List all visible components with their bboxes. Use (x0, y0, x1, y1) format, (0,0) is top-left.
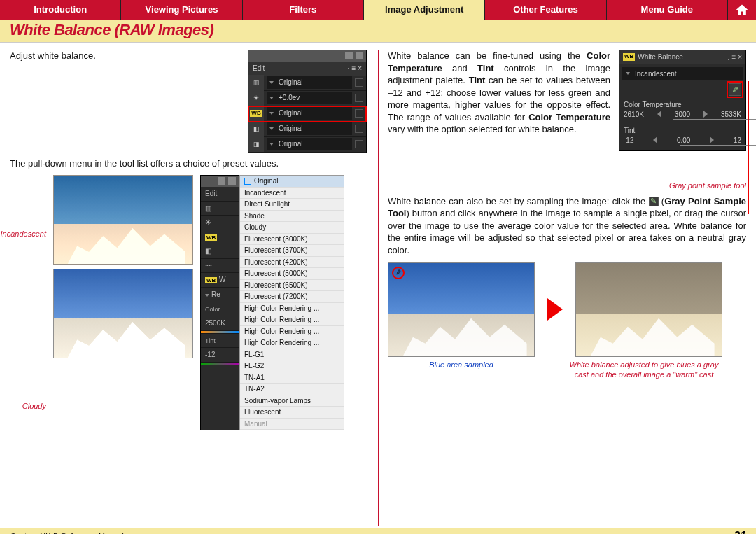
checkbox[interactable] (355, 94, 363, 102)
dd-option[interactable]: Fluorescent (240, 407, 344, 419)
dd-selected: Original (254, 176, 278, 186)
title-bar: White Balance (RAW Images) (0, 20, 756, 43)
tint-slider[interactable] (624, 145, 741, 146)
caption-incandescent: Incandescent (1, 229, 46, 239)
intro-text: Adjust white balance. (10, 50, 239, 62)
dd-option[interactable]: High Color Rendering ... (240, 303, 344, 315)
wb-palette: WBWhite Balance⋮≡ × Incandescent ✎ Color… (619, 50, 746, 151)
edit-row-value[interactable]: Original (267, 107, 352, 120)
tint-value[interactable]: 0.00 (677, 136, 690, 146)
tab-introduction[interactable]: Introduction (0, 0, 121, 20)
dd-option[interactable]: Fluorescent (3700K) (240, 245, 344, 257)
dd-option[interactable]: Fluorescent (6500K) (240, 280, 344, 292)
finetune-para: White balance can be fine-tuned using th… (388, 50, 610, 136)
dd-option[interactable]: Fluorescent (3000K) (240, 234, 344, 246)
curves-icon: 〰 (201, 259, 239, 274)
dd-option[interactable]: TN-A1 (240, 372, 344, 384)
home-icon (735, 3, 749, 17)
bw-icon: ◨ (248, 136, 264, 152)
edit-panel-collapsed: Edit⋮≡ × ▥Original ☀+0.0ev WBOriginal ◧O… (248, 50, 367, 153)
caption-cloudy: Cloudy (22, 401, 46, 412)
arrow-icon (547, 298, 563, 321)
checkbox[interactable] (355, 140, 363, 148)
tint-max: 12 (734, 136, 741, 146)
dd-option[interactable]: Direct Sunlight (240, 199, 344, 211)
panel-menu-icon[interactable]: ⋮≡ × (725, 52, 742, 62)
chevron-down-icon (270, 81, 274, 84)
panel-menu-icon[interactable]: ⋮≡ × (345, 64, 362, 73)
page-title: White Balance (RAW Images) (10, 21, 746, 39)
edit-panel-strip: Edit ▥ ☀ WB ◧ 〰 WB W Re Color 2500K Tint… (200, 175, 239, 430)
edit-row-value[interactable]: Original (267, 122, 352, 135)
ev-icon: ☀ (201, 216, 239, 230)
callout-line (748, 81, 749, 214)
wb-palette-title: White Balance (638, 52, 682, 62)
tab-menu-guide[interactable]: Menu Guide (607, 0, 728, 20)
page-number: 21 (734, 530, 746, 534)
dd-option[interactable]: Fluorescent (4200K) (240, 257, 344, 269)
checkbox[interactable] (355, 125, 363, 133)
ct-value[interactable]: 3000 (675, 110, 690, 120)
caption-blue-sampled: Blue area sampled (388, 360, 535, 370)
chevron-down-icon (626, 72, 630, 75)
dd-option[interactable]: Shade (240, 211, 344, 223)
top-nav: Introduction Viewing Pictures Filters Im… (0, 0, 756, 20)
checkbox[interactable] (355, 78, 363, 87)
eyedropper-icon: ✎ (732, 85, 738, 95)
chevron-down-icon (270, 112, 274, 115)
panel-icon (218, 177, 225, 185)
checkbox[interactable] (355, 109, 363, 118)
dd-option[interactable]: FL-G1 (240, 349, 344, 361)
gray-tool-caption: Gray point sample tool (619, 181, 746, 191)
decrement-icon[interactable] (657, 111, 662, 118)
re-row: Re (201, 288, 239, 302)
dd-option[interactable]: TN-A2 (240, 384, 344, 395)
wb-icon: WB (201, 230, 239, 245)
exposure-icon: ▥ (248, 75, 264, 90)
chevron-down-icon (270, 143, 274, 146)
tint-gradient (201, 363, 239, 365)
increment-icon[interactable] (710, 136, 714, 143)
panel-header: Edit (201, 187, 239, 202)
panel-icon (228, 177, 236, 185)
wb-preset-select[interactable]: Incandescent (622, 67, 743, 81)
gray-point-tool-button[interactable]: ✎ (729, 83, 741, 96)
footer: Capture NX-D Reference Manual 21 (0, 528, 756, 534)
dd-option[interactable]: High Color Rendering ... (240, 314, 344, 326)
ct-label: Color Temperature (624, 100, 741, 110)
sample-point-marker (392, 267, 405, 279)
dd-option[interactable]: High Color Rendering ... (240, 337, 344, 349)
tab-viewing-pictures[interactable]: Viewing Pictures (121, 0, 242, 20)
decrement-icon[interactable] (653, 136, 657, 143)
checkbox-icon (244, 178, 251, 185)
tab-other-features[interactable]: Other Features (485, 0, 606, 20)
wb-icon: WB (248, 106, 264, 121)
dd-option[interactable]: Fluorescent (7200K) (240, 291, 344, 303)
dd-option[interactable]: Incandescent (240, 188, 344, 199)
thumb-warm-result (575, 262, 722, 357)
dd-option[interactable]: Cloudy (240, 222, 344, 234)
column-divider (378, 50, 379, 526)
color-label: Color (205, 306, 220, 313)
edit-row-value[interactable]: Original (267, 138, 352, 150)
eyedropper-icon (649, 197, 659, 206)
increment-icon[interactable] (704, 111, 708, 118)
tint-label: Tint (205, 337, 216, 344)
dd-option[interactable]: Fluorescent (5000K) (240, 268, 344, 280)
tint-min: -12 (201, 348, 239, 363)
panel-icon (356, 52, 363, 59)
ct-slider[interactable] (624, 119, 741, 120)
tint-label: Tint (624, 126, 741, 136)
home-button[interactable] (728, 0, 756, 20)
ct-min: 2500K (201, 316, 239, 331)
edit-row-value[interactable]: +0.0ev (267, 92, 352, 104)
wb-preset-dropdown[interactable]: Original IncandescentDirect SunlightShad… (239, 175, 344, 430)
tab-image-adjustment[interactable]: Image Adjustment (364, 0, 485, 20)
pulldown-text: The pull-down menu in the tool list offe… (10, 157, 367, 170)
dd-option[interactable]: High Color Rendering ... (240, 326, 344, 338)
edit-row-value[interactable]: Original (267, 76, 352, 89)
dd-option[interactable]: Sodium-vapor Lamps (240, 395, 344, 407)
dd-option[interactable]: FL-G2 (240, 360, 344, 372)
dd-option-disabled: Manual (240, 419, 344, 430)
tab-filters[interactable]: Filters (243, 0, 364, 20)
